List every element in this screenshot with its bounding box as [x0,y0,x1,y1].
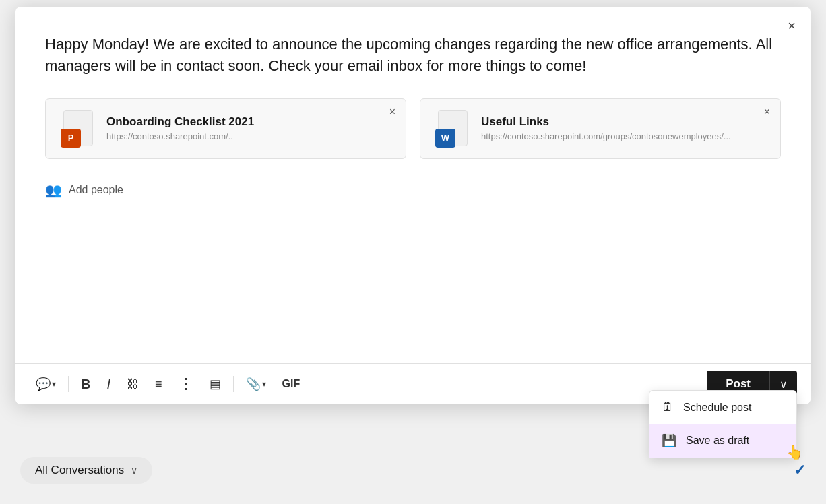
toolbar-sep-2 [233,376,234,392]
quote-icon: ▤ [210,377,221,391]
all-conversations-button[interactable]: All Conversations ∨ [20,457,152,484]
italic-button[interactable]: I [100,373,117,396]
checkmark: ✓ [794,462,806,479]
all-conversations-chevron: ∨ [131,465,137,476]
attachment-info-ppt: Onboarding Checklist 2021 https://contos… [106,115,393,141]
attach-icon: 📎 [246,377,261,391]
save-draft-label: Save as draft [686,435,749,447]
remove-ppt-button[interactable]: × [386,104,399,119]
modal-close-button[interactable]: × [784,16,800,35]
link-icon: ⛓ [127,377,139,391]
post-dropdown-chevron: ∨ [780,378,788,391]
bottom-bar: All Conversations ∨ ✓ [20,457,806,484]
add-people-label: Add people [69,184,123,196]
modal-overlay: × Happy Monday! We are excited to announ… [0,0,826,504]
link-button[interactable]: ⛓ [120,373,146,396]
schedule-post-item[interactable]: 🗓 Schedule post [649,391,796,424]
attachment-name-word: Useful Links [481,115,768,129]
quote-button[interactable]: ▤ [203,373,228,396]
unordered-list-icon: ⋮ [179,375,193,393]
attachment-url-word: https://contoso.sharepoint.com/groups/co… [481,131,768,141]
save-draft-icon: 💾 [662,433,676,448]
word-file-icon: W [433,108,470,149]
post-dropdown-menu: 🗓 Schedule post 💾 Save as draft 👆 [649,390,797,458]
attachment-name-ppt: Onboarding Checklist 2021 [106,115,393,129]
ordered-list-button[interactable]: ≡ [148,373,169,396]
gif-button[interactable]: GIF [276,374,307,394]
ppt-file-icon: P [58,108,96,149]
add-people-icon: 👥 [45,182,62,198]
post-area: Post ∨ 🗓 Schedule post 💾 Save as draft 👆 [707,371,797,398]
schedule-post-label: Schedule post [683,402,751,414]
bold-button[interactable]: B [74,373,97,396]
toolbar-sep-1 [68,376,69,392]
modal-body: Happy Monday! We are excited to announce… [15,7,811,363]
attachment-card-word: W Useful Links https://contoso.sharepoin… [420,98,781,159]
save-draft-item[interactable]: 💾 Save as draft 👆 [649,424,796,458]
attach-chevron: ▾ [262,379,266,389]
add-people-row[interactable]: 👥 Add people [45,178,781,202]
gif-label: GIF [282,378,300,390]
compose-toolbar: 💬 ▾ B I ⛓ ≡ ⋮ ▤ 📎 ▾ [15,363,811,404]
message-type-button[interactable]: 💬 ▾ [29,373,63,396]
attachments-row: P Onboarding Checklist 2021 https://cont… [45,98,781,159]
compose-modal: × Happy Monday! We are excited to announ… [15,7,811,404]
ordered-list-icon: ≡ [155,377,162,391]
attachment-card-ppt: P Onboarding Checklist 2021 https://cont… [45,98,406,159]
schedule-icon: 🗓 [662,400,674,414]
attachment-url-ppt: https://contoso.sharepoint.com/.. [106,131,393,141]
remove-word-button[interactable]: × [761,104,773,119]
toolbar-chevron-msg: ▾ [52,379,56,389]
attach-button[interactable]: 📎 ▾ [239,373,273,396]
attachment-info-word: Useful Links https://contoso.sharepoint.… [481,115,768,141]
message-text: Happy Monday! We are excited to announce… [45,34,781,77]
cursor-hand-icon: 👆 [786,444,803,460]
message-icon: 💬 [36,377,51,391]
all-conversations-label: All Conversations [35,464,124,477]
unordered-list-button[interactable]: ⋮ [172,371,200,397]
